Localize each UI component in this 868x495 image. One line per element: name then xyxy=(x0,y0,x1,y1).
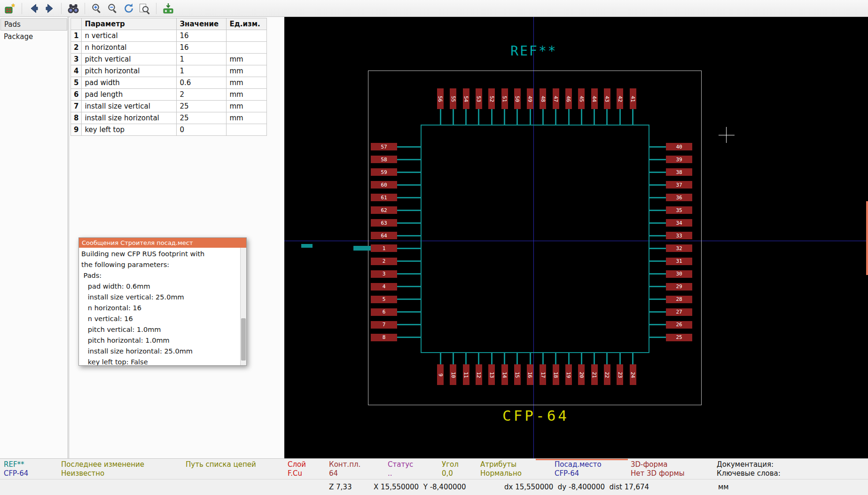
message-window-titlebar[interactable]: Сообщения Строителя посад.мест xyxy=(79,238,246,248)
anchor-marker xyxy=(301,244,313,248)
pad-number: 49 xyxy=(527,95,533,102)
pad-number: 15 xyxy=(514,371,520,377)
row-number: 8 xyxy=(71,112,82,124)
message-scrollbar[interactable] xyxy=(240,248,246,365)
pad-lead xyxy=(632,353,633,364)
sidebar-item-pads[interactable]: Pads xyxy=(0,18,67,31)
pad-number: 29 xyxy=(676,283,682,290)
main-toolbar xyxy=(0,0,868,17)
pad-number: 40 xyxy=(676,144,682,150)
pad-17: 17 xyxy=(540,364,546,385)
zoom-out-button[interactable] xyxy=(106,1,120,16)
pad-lead xyxy=(649,248,666,249)
pad-lead xyxy=(581,109,582,125)
pad-number: 19 xyxy=(566,371,572,377)
column-header: Значение xyxy=(177,18,227,30)
pad-lead xyxy=(465,109,467,125)
pad-lead xyxy=(649,159,666,160)
param-value[interactable]: 16 xyxy=(177,42,227,54)
param-row: 3pitch vertical1mm xyxy=(71,54,267,65)
pad-50: 50 xyxy=(514,88,521,109)
status-value: F.Cu xyxy=(288,469,306,478)
pad-16: 16 xyxy=(527,364,533,385)
pad-38: 38 xyxy=(666,168,692,176)
pad-22: 22 xyxy=(604,364,610,385)
param-value[interactable]: 1 xyxy=(177,65,227,77)
footprint-wizard-select-icon xyxy=(4,2,16,15)
pad-lead xyxy=(397,299,421,300)
status-value: CFP-64 xyxy=(4,469,28,478)
pad-40: 40 xyxy=(666,143,692,150)
value-text: CFP-64 xyxy=(478,407,594,424)
pad-number: 3 xyxy=(383,271,386,277)
export-footprint-button[interactable] xyxy=(161,1,175,16)
pad-number: 21 xyxy=(591,371,597,377)
pad-lead xyxy=(619,109,621,125)
pad-49: 49 xyxy=(527,88,533,109)
pad-number: 44 xyxy=(591,95,597,102)
param-value[interactable]: 0.6 xyxy=(177,77,227,89)
param-value[interactable]: 1 xyxy=(177,54,227,65)
pad-42: 42 xyxy=(617,88,623,109)
param-value[interactable]: 16 xyxy=(177,30,227,42)
status-documentation: Документация:Ключевые слова: xyxy=(717,460,781,478)
footprint-canvas[interactable]: REF**CFP-6456555453525150494847464544434… xyxy=(284,17,868,458)
pad-number: 27 xyxy=(676,309,682,315)
pad-lead xyxy=(504,353,505,364)
message-scrollbar-thumb[interactable] xyxy=(241,318,246,361)
param-unit xyxy=(227,30,267,42)
param-value[interactable]: 25 xyxy=(177,101,227,112)
param-value[interactable]: 25 xyxy=(177,112,227,124)
pad-number: 32 xyxy=(676,245,682,251)
pad-11: 11 xyxy=(463,364,469,385)
zoom-in-button[interactable] xyxy=(90,1,104,16)
param-unit: mm xyxy=(227,54,267,65)
pad-lead xyxy=(491,109,493,125)
zoom-redraw-button[interactable] xyxy=(122,1,136,16)
pad-36: 36 xyxy=(666,194,692,201)
param-value[interactable]: 2 xyxy=(177,89,227,101)
pad-number: 59 xyxy=(381,169,387,175)
param-name: n vertical xyxy=(82,30,177,42)
canvas-scroll-indicator[interactable] xyxy=(866,201,868,275)
pad-32: 32 xyxy=(666,244,692,252)
previous-page-button[interactable] xyxy=(27,1,41,16)
pad-58: 58 xyxy=(371,156,397,163)
export-footprint-icon xyxy=(162,2,174,15)
pad-41: 41 xyxy=(630,88,636,109)
message-line: key left top: False xyxy=(81,357,239,365)
pad-number: 64 xyxy=(381,233,387,239)
param-table: ПараметрЗначениеЕд.изм. 1n vertical162n … xyxy=(70,18,267,136)
pad-number: 20 xyxy=(579,371,585,377)
column-header: Параметр xyxy=(82,18,177,30)
message-line: Building new CFP RUS footprint with xyxy=(81,249,239,259)
sidebar-item-package[interactable]: Package xyxy=(0,31,67,43)
pad-number: 62 xyxy=(381,207,387,213)
binoculars-button[interactable] xyxy=(66,1,80,16)
wizard-page-list[interactable]: PadsPackage xyxy=(0,17,68,458)
pad-number: 6 xyxy=(383,309,386,315)
pad-15: 15 xyxy=(514,364,521,385)
pad-44: 44 xyxy=(591,88,598,109)
status-value: Ключевые слова: xyxy=(717,469,781,478)
pad-number: 13 xyxy=(489,371,495,377)
next-page-button[interactable] xyxy=(43,1,57,16)
pad-number: 22 xyxy=(604,371,610,377)
zoom-fit-button[interactable] xyxy=(138,1,152,16)
param-table-header-row: ПараметрЗначениеЕд.изм. xyxy=(71,18,267,30)
param-value[interactable]: 0 xyxy=(177,124,227,136)
row-number: 4 xyxy=(71,65,82,77)
param-row: 1n vertical16 xyxy=(71,30,267,42)
pad-lead xyxy=(649,311,666,313)
pad-number: 63 xyxy=(381,220,387,226)
pad-number: 11 xyxy=(463,371,469,377)
footprint-wizard-select-button[interactable] xyxy=(3,1,17,16)
pad-lead xyxy=(440,109,441,125)
pad-52: 52 xyxy=(488,88,495,109)
pad-lead xyxy=(397,210,421,211)
relative-position: dx 15,550000 dy -8,400000 dist 17,674 xyxy=(504,483,649,491)
pad-number: 25 xyxy=(676,334,682,340)
pad-lead xyxy=(555,109,556,125)
pad-24: 24 xyxy=(630,364,636,385)
param-name: key left top xyxy=(82,124,177,136)
